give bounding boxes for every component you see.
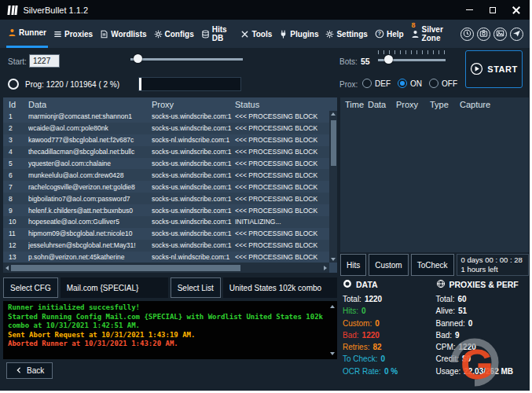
cell-proxy: socks-us.windscribe.com:1	[152, 218, 235, 226]
proxy-mode-off-radio[interactable]: OFF	[429, 79, 457, 88]
help-icon: ?	[375, 29, 384, 39]
column-header-capture[interactable]: Capture	[460, 100, 529, 109]
scroll-left-icon[interactable]	[6, 266, 9, 270]
stat-row: Hits:0	[343, 305, 431, 317]
column-header-data[interactable]: Data	[28, 100, 152, 109]
stat-row: OCR Rate:0 %	[343, 365, 431, 377]
column-header-time[interactable]: Time	[340, 100, 368, 109]
nav-label: Settings	[336, 30, 367, 39]
nav-item-settings[interactable]: Settings	[324, 20, 369, 48]
bots-slider-thumb[interactable]	[384, 55, 393, 64]
nav-item-silver-zone[interactable]: 8 Silver Zone	[409, 20, 457, 48]
cell-id: 5	[3, 160, 28, 167]
bots-slider[interactable]	[378, 55, 446, 64]
radio-label: OFF	[442, 79, 457, 88]
nav-item-configs[interactable]: Configs	[152, 20, 196, 48]
stat-row: CPM:1220	[436, 341, 529, 353]
cell-data: p.sohn@verizon.net:45katherine	[28, 253, 152, 261]
cell-status: <<< PROCESSING BLOCK	[235, 136, 329, 144]
titlebar: SilverBullet 1.1.2	[0, 0, 530, 20]
tab-tocheck[interactable]: ToCheck	[411, 254, 454, 276]
cell-proxy: socks-us.windscribe.com:1	[152, 160, 235, 167]
proxy-mode-radio-group: DEF ON OFF	[362, 79, 457, 88]
cell-data: jesseluhrsen@sbcglobal.net:May31!	[28, 241, 152, 249]
radio-dot-icon	[398, 79, 407, 88]
history-button[interactable]	[460, 28, 474, 41]
start-button-label: START	[487, 64, 517, 74]
nav-item-help[interactable]: ? Help	[373, 20, 405, 48]
nav-label: Silver Zone	[422, 25, 455, 42]
table-row[interactable]: 3 kawood777@sbcglobal.net:f2v687c socks-…	[3, 134, 329, 146]
nav-item-hits-db[interactable]: Hits DB	[200, 20, 236, 48]
tab-hits[interactable]: Hits	[340, 254, 366, 276]
start-slider-thumb[interactable]	[134, 54, 142, 63]
cell-proxy: socks-us.windscribe.com:1	[152, 124, 235, 132]
nav-item-plugins[interactable]: Plugins	[277, 20, 320, 48]
stat-row: Banned:0	[436, 318, 529, 329]
table-row[interactable]: 5 yquester@aol.com:chalaine socks-us.win…	[3, 158, 329, 170]
vertical-scrollbar-thumb[interactable]	[331, 120, 336, 166]
scroll-right-icon[interactable]	[324, 266, 327, 270]
scroll-up-icon[interactable]	[331, 112, 336, 116]
proxy-stats: PROXIES & PERF Total:60Alive:51Banned:0B…	[436, 279, 529, 377]
scroll-down-icon[interactable]	[331, 258, 336, 261]
horizontal-scrollbar[interactable]	[3, 263, 329, 273]
database-icon	[201, 30, 210, 39]
window-controls	[464, 5, 522, 16]
proxy-mode-on-radio[interactable]: ON	[398, 79, 422, 88]
tab-custom[interactable]: Custom	[369, 254, 408, 276]
column-header-hit-data[interactable]: Data	[368, 100, 396, 109]
nav-label: Runner	[19, 28, 46, 37]
table-row[interactable]: 8 bigboilatino7@aol.com:password7 socks-…	[3, 193, 329, 204]
timer-box: 0 days 00 : 00 : 28 1 hours left	[457, 254, 529, 276]
cell-proxy: socks-nl.windscribe.com:1	[152, 136, 235, 144]
screenshot-button[interactable]	[477, 28, 490, 41]
column-header-id[interactable]: Id	[3, 100, 28, 109]
cell-proxy: socks-us.windscribe.com:1	[152, 195, 235, 203]
cell-status: <<< PROCESSING BLOCK	[235, 195, 329, 203]
column-header-proxy[interactable]: Proxy	[152, 100, 235, 109]
select-list-button[interactable]: Select List	[171, 277, 221, 298]
selected-wordlist-value: United States 102k combo	[223, 277, 337, 298]
proxy-mode-def-radio[interactable]: DEF	[362, 79, 391, 88]
table-row[interactable]: 2 wcaide@aol.com:pole80nk socks-us.winds…	[3, 123, 329, 134]
stat-row: Bad:1220	[343, 329, 431, 341]
log-scroll-up-icon[interactable]	[330, 305, 335, 308]
start-button[interactable]: START	[465, 50, 523, 88]
table-row[interactable]: 4 thecadillacman@sbcglobal.net:bullc soc…	[3, 146, 329, 158]
start-slider[interactable]	[130, 54, 243, 64]
cell-proxy: socks-us.windscribe.com:1	[152, 112, 235, 120]
minimize-button[interactable]	[464, 5, 475, 16]
maximize-button[interactable]	[487, 5, 498, 16]
vertical-scrollbar[interactable]	[329, 111, 337, 263]
log-scroll-down-icon[interactable]	[330, 352, 335, 355]
nav-item-runner[interactable]: Runner	[6, 20, 48, 48]
back-button[interactable]: Back	[6, 362, 53, 379]
send-button[interactable]	[510, 28, 523, 41]
radio-label: DEF	[375, 79, 391, 88]
table-row[interactable]: 7 rachelcogsville@verizon.net:goldie8 so…	[3, 181, 329, 193]
progress-bar	[138, 77, 241, 91]
column-header-hit-proxy[interactable]: Proxy	[396, 100, 430, 109]
column-header-type[interactable]: Type	[430, 100, 460, 109]
table-row[interactable]: 12 jesseluhrsen@sbcglobal.net:May31! soc…	[3, 240, 329, 252]
data-stats-list: Total:1220Hits:0Custom:0Bad:1220Retries:…	[343, 293, 431, 377]
cell-proxy: socks-us.windscribe.com:1	[152, 230, 235, 237]
gallery-button[interactable]	[493, 28, 507, 41]
table-row[interactable]: 10 hopeseatle@aol.com:Gulliver5 socks-us…	[3, 216, 329, 228]
table-row[interactable]: 6 munkeelulu@aol.com:drew0428 socks-us.w…	[3, 169, 329, 181]
table-row[interactable]: 9 helenf.k.childers@att.net:buxnbus0 soc…	[3, 204, 329, 216]
table-row[interactable]: 11 hipmom09@sbcglobal.net:nicole10 socks…	[3, 228, 329, 240]
nav-item-proxies[interactable]: Proxies	[52, 20, 94, 48]
table-row[interactable]: 13 p.sohn@verizon.net:45katherine socks-…	[3, 252, 329, 263]
close-button[interactable]	[511, 5, 522, 16]
horizontal-scrollbar-thumb[interactable]	[11, 265, 240, 271]
select-cfg-button[interactable]: Select CFG	[3, 277, 58, 298]
table-row[interactable]: 1 marmionjr@comcast.net:shannon1 socks-u…	[3, 111, 329, 123]
cell-data: rachelcogsville@verizon.net:goldie8	[28, 183, 152, 191]
column-header-status[interactable]: Status	[235, 100, 337, 109]
start-position-input[interactable]	[29, 54, 60, 68]
nav-item-tools[interactable]: Tools	[239, 20, 273, 48]
nav-item-wordlists[interactable]: Wordlists	[98, 20, 148, 48]
cell-id: 1	[3, 112, 28, 120]
